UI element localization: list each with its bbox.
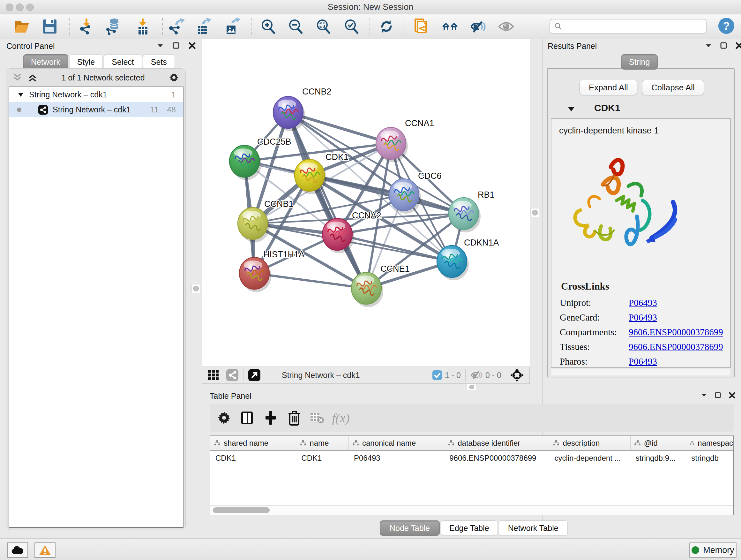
show-all-icon[interactable] — [497, 17, 515, 36]
panel-float-icon[interactable] — [172, 42, 180, 49]
column-header-shared-name[interactable]: shared name — [210, 436, 296, 450]
collapse-all-icon[interactable] — [12, 73, 23, 82]
delete-table-icon[interactable] — [309, 410, 325, 426]
column-header-canonical-name[interactable]: canonical name — [349, 436, 444, 450]
panel-close-icon[interactable] — [188, 42, 196, 49]
table-cell[interactable]: P06493 — [349, 454, 444, 462]
tab-select[interactable]: Select — [104, 54, 142, 70]
crosslink-link[interactable]: 9606.ENSP00000378699 — [629, 341, 723, 352]
crosslink-link[interactable]: 9606.ENSP00000378699 — [629, 327, 723, 337]
window-close-light[interactable] — [6, 3, 13, 11]
panel-menu-icon[interactable] — [156, 43, 164, 49]
expand-all-icon[interactable] — [27, 73, 38, 82]
selected-nodes-checkbox-icon[interactable] — [432, 370, 442, 380]
network-node-HIST1H1A[interactable]: HIST1H1A — [239, 250, 305, 292]
import-network-file-icon[interactable] — [77, 17, 95, 36]
cloud-icon — [11, 546, 24, 555]
panel-float-icon[interactable] — [720, 42, 728, 49]
hide-selected-icon[interactable] — [469, 17, 487, 36]
disclosure-triangle-icon[interactable] — [17, 92, 24, 98]
panel-menu-icon[interactable] — [700, 392, 708, 398]
disclosure-triangle-icon[interactable] — [567, 106, 575, 112]
table-cell[interactable]: cyclin-dependent ... — [549, 454, 630, 462]
import-table-file-icon[interactable] — [134, 17, 151, 36]
hidden-eye-icon[interactable] — [470, 370, 483, 380]
refresh-view-icon[interactable] — [378, 17, 395, 36]
column-header-namespac[interactable]: namespac — [686, 436, 733, 450]
tab-sets[interactable]: Sets — [143, 54, 175, 70]
network-node-CDKN1A[interactable]: CDKN1A — [437, 238, 499, 280]
zoom-fit-icon[interactable] — [314, 17, 332, 36]
expand-all-button[interactable]: Expand All — [580, 80, 637, 95]
help-icon[interactable]: ? — [718, 17, 735, 35]
export-image-icon[interactable] — [222, 17, 240, 36]
open-in-new-window-icon[interactable] — [248, 369, 261, 381]
function-builder-icon[interactable]: f(x) — [333, 410, 349, 426]
gene-section-header[interactable]: CDK1 — [548, 99, 734, 118]
table-cell[interactable]: stringdb:9... — [630, 454, 686, 462]
column-header-name[interactable]: name — [296, 436, 349, 450]
network-collection-row[interactable]: String Network – cdk1 1 — [9, 87, 183, 102]
grid-view-icon[interactable] — [207, 369, 219, 381]
panel-float-icon[interactable] — [715, 392, 722, 398]
scrollbar-thumb[interactable] — [213, 507, 270, 513]
table-cell[interactable]: stringdb — [686, 454, 733, 462]
panel-close-icon[interactable] — [735, 42, 741, 49]
panel-menu-icon[interactable] — [704, 43, 712, 49]
export-table-icon[interactable] — [194, 17, 212, 36]
table-row[interactable]: CDK1CDK1P064939606.ENSP00000378699cyclin… — [210, 451, 733, 465]
share-document-icon[interactable] — [413, 17, 431, 36]
memory-button[interactable]: Memory — [689, 543, 737, 558]
show-columns-icon[interactable] — [239, 410, 255, 426]
search-box[interactable] — [549, 19, 706, 34]
table-cell[interactable]: 9606.ENSP00000378699 — [444, 454, 549, 462]
table-horizontal-scrollbar[interactable] — [210, 505, 733, 515]
right-splitter-handle[interactable] — [530, 208, 539, 217]
table-settings-gear-icon[interactable] — [216, 410, 232, 426]
warning-icon — [39, 545, 51, 556]
tab-node-table[interactable]: Node Table — [380, 520, 440, 536]
save-session-icon[interactable] — [41, 17, 59, 36]
network-tree: String Network – cdk1 1 String Network –… — [9, 86, 184, 528]
panel-close-icon[interactable] — [729, 392, 736, 398]
window-zoom-light[interactable] — [26, 3, 34, 11]
left-splitter-handle[interactable] — [192, 284, 200, 293]
network-row[interactable]: String Network – cdk1 11 48 — [9, 102, 183, 117]
bottom-splitter-handle[interactable] — [467, 384, 477, 390]
crosslink-link[interactable]: P06493 — [629, 356, 657, 367]
delete-column-trash-icon[interactable] — [286, 410, 302, 426]
add-column-icon[interactable] — [263, 410, 279, 426]
zoom-out-icon[interactable] — [286, 17, 305, 36]
crosslink-row: GeneCard:P06493 — [551, 310, 730, 325]
zoom-selected-icon[interactable] — [342, 17, 360, 36]
network-share-icon[interactable] — [226, 369, 239, 381]
import-network-database-icon[interactable] — [105, 17, 122, 36]
gear-icon[interactable] — [168, 72, 180, 83]
collapse-all-button[interactable]: Collapse All — [642, 80, 704, 95]
network-node-RB1[interactable]: RB1 — [449, 190, 495, 233]
tab-edge-table[interactable]: Edge Table — [441, 520, 498, 536]
results-horizontal-scrollbar[interactable] — [551, 368, 730, 375]
zoom-in-icon[interactable] — [259, 17, 277, 36]
cloud-button[interactable] — [7, 543, 28, 558]
tab-string[interactable]: String — [621, 54, 658, 70]
open-session-icon[interactable] — [13, 17, 30, 36]
network-node-CCNE1[interactable]: CCNE1 — [351, 264, 410, 307]
first-neighbors-icon[interactable] — [441, 17, 459, 36]
crosslink-link[interactable]: P06493 — [629, 312, 657, 323]
window-minimize-light[interactable] — [16, 3, 23, 11]
warning-button[interactable] — [35, 543, 56, 558]
tab-style[interactable]: Style — [69, 54, 103, 70]
export-network-icon[interactable] — [167, 17, 185, 36]
tab-network-table[interactable]: Network Table — [499, 520, 568, 536]
table-cell[interactable]: CDK1 — [210, 454, 296, 462]
tab-network[interactable]: Network — [23, 54, 68, 70]
network-view[interactable]: CCNB2CCNA1CDC25BCDK1CDC6RB1CCNB1CCNA2CDK… — [202, 39, 530, 367]
birds-eye-icon[interactable] — [510, 368, 524, 382]
search-input[interactable] — [565, 21, 706, 31]
column-header-database-identifier[interactable]: database identifier — [444, 436, 549, 450]
crosslink-link[interactable]: P06493 — [629, 298, 657, 308]
column-header-@id[interactable]: @id — [630, 436, 686, 450]
table-cell[interactable]: CDK1 — [296, 454, 349, 462]
column-header-description[interactable]: description — [549, 436, 630, 450]
